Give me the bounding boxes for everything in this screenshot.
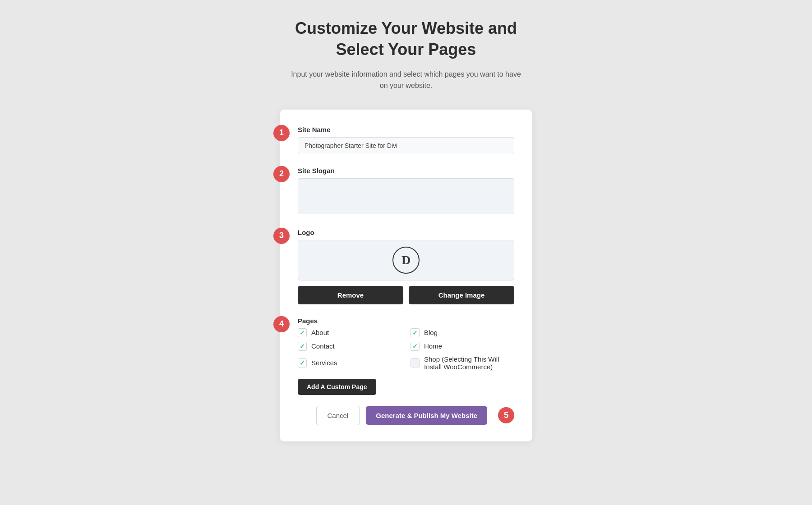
checkbox-services[interactable]: ✓: [298, 358, 307, 367]
site-name-section: Site Name: [298, 126, 514, 154]
pages-section: Pages ✓ About ✓ Blog: [298, 317, 514, 395]
add-custom-page-button[interactable]: Add A Custom Page: [298, 379, 376, 395]
pages-grid: ✓ About ✓ Blog ✓: [298, 328, 514, 371]
page-item-blog[interactable]: ✓ Blog: [411, 328, 514, 337]
step-badge-5: 5: [498, 407, 514, 423]
change-image-button[interactable]: Change Image: [409, 286, 514, 304]
page-item-services[interactable]: ✓ Services: [298, 355, 401, 371]
page-label-home: Home: [424, 342, 442, 350]
checkbox-home[interactable]: ✓: [411, 342, 420, 351]
step-badge-3: 3: [273, 228, 290, 244]
site-slogan-input[interactable]: [298, 178, 514, 214]
logo-preview: D: [298, 240, 514, 280]
checkbox-contact[interactable]: ✓: [298, 342, 307, 351]
check-icon-contact: ✓: [300, 343, 305, 350]
site-slogan-label: Site Slogan: [298, 167, 514, 174]
page-label-about: About: [311, 329, 329, 336]
logo-section: Logo D Remove Change Image: [298, 229, 514, 304]
check-icon-blog: ✓: [412, 329, 418, 336]
remove-button[interactable]: Remove: [298, 286, 403, 304]
pages-label: Pages: [298, 317, 514, 325]
page-title: Customize Your Website and Select Your P…: [295, 18, 517, 60]
logo-label: Logo: [298, 229, 514, 236]
site-name-input[interactable]: [298, 137, 514, 154]
check-icon-about: ✓: [300, 329, 305, 336]
site-name-label: Site Name: [298, 126, 514, 133]
step-badge-4: 4: [273, 316, 290, 332]
main-card: 1 Site Name 2 Site Slogan 3 Logo D: [280, 110, 532, 441]
footer-actions: Cancel Generate & Publish My Website 5: [298, 406, 514, 425]
check-icon-services: ✓: [300, 359, 305, 367]
page-label-services: Services: [311, 359, 337, 367]
page-item-contact[interactable]: ✓ Contact: [298, 342, 401, 351]
page-item-shop[interactable]: Shop (Selecting This Will Install WooCom…: [411, 355, 514, 371]
cancel-button[interactable]: Cancel: [316, 406, 360, 425]
publish-button[interactable]: Generate & Publish My Website: [366, 406, 487, 425]
page-label-shop: Shop (Selecting This Will Install WooCom…: [424, 355, 514, 371]
checkbox-about[interactable]: ✓: [298, 328, 307, 337]
page-label-blog: Blog: [424, 329, 438, 336]
check-icon-home: ✓: [412, 343, 418, 350]
page-item-about[interactable]: ✓ About: [298, 328, 401, 337]
page-item-home[interactable]: ✓ Home: [411, 342, 514, 351]
page-label-contact: Contact: [311, 342, 335, 350]
step-badge-1: 1: [273, 125, 290, 141]
checkbox-shop[interactable]: [411, 358, 420, 367]
page-subtitle: Input your website information and selec…: [289, 69, 523, 92]
checkbox-blog[interactable]: ✓: [411, 328, 420, 337]
step-badge-2: 2: [273, 166, 290, 182]
logo-icon: D: [392, 247, 420, 274]
site-slogan-section: Site Slogan: [298, 167, 514, 216]
